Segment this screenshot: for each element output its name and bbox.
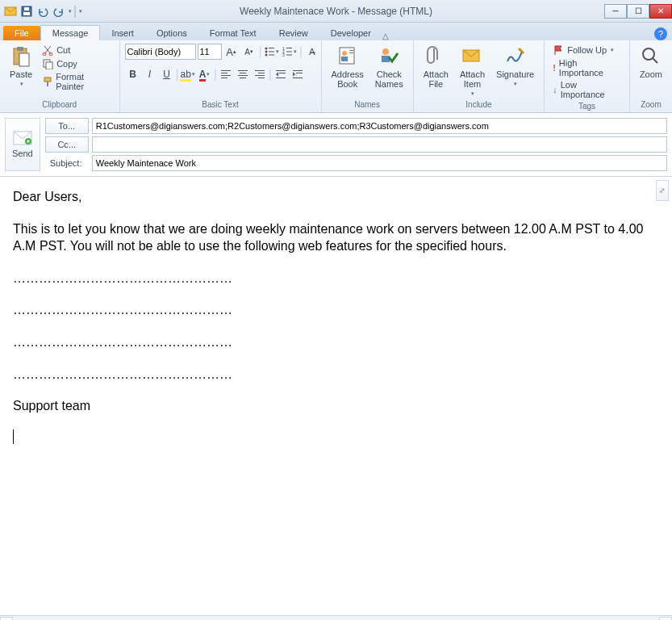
font-color-button[interactable]: A▾ (197, 66, 213, 82)
align-center-icon (238, 69, 248, 79)
svg-rect-32 (240, 78, 246, 78)
group-include: AttachFile AttachItem▾ Signature▾ Includ… (414, 40, 545, 112)
svg-rect-12 (47, 82, 48, 86)
svg-point-48 (382, 48, 389, 55)
shrink-font-button[interactable]: A▾ (241, 44, 257, 60)
signature-label: Signature (496, 69, 534, 79)
send-button[interactable]: Send (5, 118, 40, 171)
tab-file[interactable]: File (3, 26, 40, 40)
svg-point-44 (342, 51, 347, 56)
minimize-button[interactable]: ─ (604, 4, 627, 19)
svg-rect-28 (221, 78, 227, 78)
decrease-indent-button[interactable] (273, 66, 289, 82)
pop-out-icon[interactable]: ⤢ (656, 180, 669, 201)
scroll-right-button[interactable]: ► (659, 617, 672, 621)
message-body[interactable]: ⤢ Dear Users, This is to let you know th… (0, 177, 672, 615)
align-left-button[interactable] (218, 66, 234, 82)
svg-rect-18 (269, 55, 274, 56)
high-importance-icon: ! (553, 63, 556, 73)
tab-options[interactable]: Options (145, 26, 198, 40)
low-importance-button[interactable]: ↓ Low Importance (549, 79, 624, 100)
zoom-button[interactable]: Zoom (635, 44, 667, 81)
attach-file-icon (424, 45, 447, 68)
group-names-label: Names (327, 98, 408, 111)
app-icon[interactable] (3, 4, 18, 19)
redo-icon[interactable] (52, 4, 66, 19)
underline-button[interactable]: U (159, 66, 175, 82)
attach-file-button[interactable]: AttachFile (419, 44, 453, 90)
svg-point-15 (265, 51, 268, 53)
svg-rect-24 (286, 55, 292, 56)
align-right-button[interactable] (252, 66, 268, 82)
horizontal-scrollbar[interactable]: ◄ ≡ ► (0, 615, 672, 620)
cc-input[interactable] (92, 136, 667, 153)
cc-button[interactable]: Cc... (45, 136, 89, 153)
align-right-icon (255, 69, 265, 79)
svg-rect-33 (255, 70, 265, 71)
signature-button[interactable]: Signature▾ (491, 44, 539, 89)
tab-message[interactable]: Message (40, 25, 101, 40)
body-greeting: Dear Users, (13, 188, 659, 206)
cut-button[interactable]: Cut (39, 44, 114, 57)
cut-label: Cut (56, 45, 70, 55)
copy-button[interactable]: Copy (39, 57, 114, 70)
svg-rect-38 (279, 73, 286, 73)
tab-format-text[interactable]: Format Text (198, 26, 268, 40)
paste-button[interactable]: Paste ▾ (5, 44, 37, 89)
align-center-button[interactable] (235, 66, 251, 82)
body-dots-3: …………………………………………… (13, 333, 659, 351)
attach-item-button[interactable]: AttachItem▾ (455, 44, 490, 98)
attach-file-label: AttachFile (424, 69, 449, 89)
clear-formatting-button[interactable]: A̶ (304, 44, 320, 60)
increase-indent-button[interactable] (290, 66, 306, 82)
body-dots-4: …………………………………………… (13, 366, 659, 383)
svg-point-13 (265, 48, 268, 50)
ribbon: Paste ▾ Cut Copy Format Painter Clipboar… (0, 40, 672, 113)
maximize-button[interactable]: ☐ (627, 4, 649, 19)
subject-input[interactable] (92, 155, 667, 171)
address-book-button[interactable]: AddressBook (327, 44, 369, 90)
tab-insert[interactable]: Insert (100, 26, 145, 40)
address-panel: Send To... Cc... Subject: (0, 113, 672, 177)
signature-icon (504, 45, 527, 68)
svg-rect-39 (276, 78, 286, 78)
scroll-thumb[interactable]: ≡ (13, 617, 659, 621)
bullets-button[interactable]: ▾ (264, 44, 280, 60)
group-basic-text-label: Basic Text (125, 98, 316, 111)
numbering-button[interactable]: 123▾ (282, 44, 298, 60)
send-icon (13, 131, 32, 145)
follow-up-button[interactable]: Follow Up▾ (549, 44, 624, 57)
check-names-button[interactable]: CheckNames (370, 44, 408, 90)
highlight-button[interactable]: ab▾ (180, 66, 196, 82)
copy-label: Copy (56, 59, 77, 69)
svg-rect-20 (286, 48, 292, 48)
to-input[interactable] (92, 118, 667, 134)
undo-icon[interactable] (35, 4, 50, 19)
to-button[interactable]: To... (45, 118, 89, 134)
help-icon[interactable]: ? (654, 27, 667, 40)
tab-developer[interactable]: Developer (319, 26, 382, 40)
paste-label: Paste (10, 69, 32, 79)
italic-button[interactable]: I (142, 66, 158, 82)
font-size-select[interactable] (198, 44, 222, 60)
format-painter-icon (42, 76, 52, 87)
svg-rect-29 (238, 70, 248, 71)
svg-point-51 (643, 48, 654, 60)
svg-rect-22 (286, 52, 292, 52)
high-importance-button[interactable]: ! High Importance (549, 57, 624, 78)
qat-customize-icon[interactable]: ▾ (79, 8, 82, 15)
qat-more-icon[interactable]: ▾ (69, 8, 72, 15)
minimize-ribbon-icon[interactable]: △ (382, 31, 389, 40)
save-icon[interactable] (19, 4, 34, 19)
scroll-track[interactable]: ≡ (13, 617, 659, 621)
format-painter-button[interactable]: Format Painter (39, 71, 114, 92)
cut-icon (42, 44, 53, 56)
svg-rect-34 (258, 73, 265, 73)
bold-button[interactable]: B (125, 66, 141, 82)
numbering-icon: 123 (282, 46, 293, 57)
font-family-select[interactable] (125, 44, 196, 60)
close-button[interactable]: ✕ (649, 4, 672, 19)
tab-review[interactable]: Review (268, 26, 319, 40)
scroll-left-button[interactable]: ◄ (0, 617, 13, 621)
grow-font-button[interactable]: A▴ (223, 44, 240, 60)
